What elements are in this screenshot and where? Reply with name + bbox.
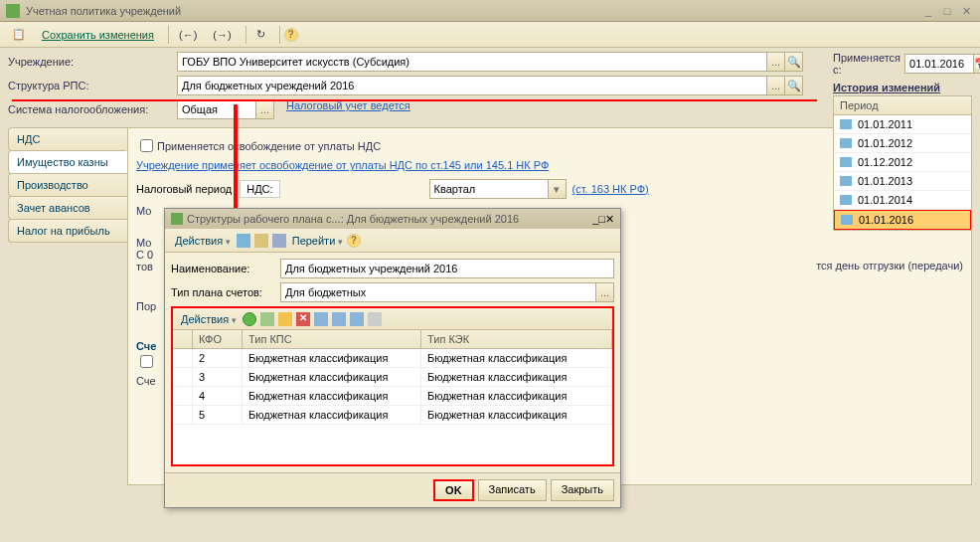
dialog-titlebar: Структуры рабочего плана с...: Для бюдже…: [165, 209, 620, 229]
grid-row[interactable]: 4 Бюджетная классификация Бюджетная клас…: [173, 387, 612, 406]
grid-header: КФО Тип КПС Тип КЭК: [173, 330, 612, 349]
tax-sys-dropdown[interactable]: ...: [256, 99, 274, 119]
grid-col-icon: [173, 330, 193, 348]
list-icon[interactable]: 📋: [6, 26, 32, 43]
record-icon: [840, 138, 852, 148]
dlg-name-input[interactable]: Для бюджетных учреждений 2016: [280, 259, 614, 278]
tax-sys-label: Система налогообложения:: [8, 103, 177, 115]
tab-production[interactable]: Производство: [8, 173, 127, 197]
separator: [168, 26, 169, 44]
separator: [245, 26, 246, 44]
grid-row[interactable]: 5 Бюджетная классификация Бюджетная клас…: [173, 406, 612, 425]
dialog-help-icon[interactable]: ?: [347, 234, 361, 248]
record-icon: [840, 157, 852, 167]
print-icon[interactable]: [272, 234, 286, 248]
shipment-text: тся день отгрузки (передачи): [816, 260, 963, 271]
grid-toolbar: Действия ✕: [173, 308, 612, 330]
history-row[interactable]: 01.01.2014: [834, 191, 971, 210]
save-button[interactable]: Записать: [478, 479, 547, 501]
main-toolbar: 📋 Сохранить изменения (←) (→) ↻ ?: [0, 22, 980, 48]
dlg-name-label: Наименование:: [171, 263, 280, 274]
delete-icon[interactable]: ✕: [296, 312, 310, 326]
grid-col-kfo[interactable]: КФО: [193, 330, 243, 348]
history-row-selected[interactable]: 01.01.2016: [834, 210, 971, 230]
tab-profit-tax[interactable]: Налог на прибыль: [8, 219, 127, 243]
nav-next-button[interactable]: (→): [207, 27, 237, 43]
grid-col-kek[interactable]: Тип КЭК: [421, 330, 612, 348]
edit-icon[interactable]: [278, 312, 292, 326]
refresh-button[interactable]: ↻: [250, 26, 271, 43]
copy-icon[interactable]: [254, 234, 268, 248]
maximize-button[interactable]: □: [939, 4, 955, 18]
add-icon[interactable]: [243, 312, 256, 326]
org-label: Учреждение:: [8, 56, 177, 68]
applies-date-input[interactable]: 01.01.2016: [904, 54, 974, 74]
dlg-plantype-input[interactable]: Для бюджетных: [280, 282, 596, 302]
actions-menu[interactable]: Действия: [171, 233, 235, 249]
tax-period-label: Налоговый период: [136, 183, 232, 195]
tax-accounting-link[interactable]: Налоговый учет ведется: [286, 99, 410, 119]
dlg-plantype-select[interactable]: ...: [596, 282, 614, 302]
history-row[interactable]: 01.01.2011: [834, 115, 971, 134]
grid-row[interactable]: 3 Бюджетная классификация Бюджетная клас…: [173, 368, 612, 387]
tax-sys-input[interactable]: Общая: [177, 99, 256, 119]
filter2-icon[interactable]: [332, 312, 346, 326]
tax-period-nds-label: НДС:: [240, 180, 279, 198]
annotation-arrow: [234, 104, 238, 224]
ok-button[interactable]: OK: [433, 479, 474, 501]
dialog-icon: [171, 213, 183, 225]
history-header: История изменений: [833, 82, 972, 93]
filter-icon[interactable]: [314, 312, 328, 326]
dialog-toolbar: Действия Перейти ?: [165, 229, 620, 253]
tax-period-dropdown[interactable]: ▾: [549, 179, 567, 199]
exempt-checkbox[interactable]: [140, 139, 153, 152]
rps-select-button[interactable]: ...: [767, 76, 785, 95]
goto-menu[interactable]: Перейти: [288, 233, 347, 249]
minimize-button[interactable]: _: [920, 4, 936, 18]
save-icon[interactable]: [237, 234, 250, 248]
org-input[interactable]: ГОБУ ВПО Университет искусств (Субсидия): [177, 52, 767, 72]
app-icon: [6, 4, 20, 18]
filter3-icon[interactable]: [350, 312, 364, 326]
dialog-footer: OK Записать Закрыть: [165, 472, 620, 507]
dlg-plantype-label: Тип плана счетов:: [171, 286, 280, 298]
kfo-grid: Действия ✕ КФО Тип КПС Тип КЭК 2 Бюджетн…: [171, 306, 614, 466]
side-tabs: НДС Имущество казны Производство Зачет а…: [8, 127, 127, 485]
clear-filter-icon[interactable]: [368, 312, 382, 326]
applies-date-picker[interactable]: 📅: [974, 54, 980, 74]
dialog-close[interactable]: ✕: [605, 213, 614, 226]
grid-actions-menu[interactable]: Действия: [177, 311, 241, 327]
history-row[interactable]: 01.01.2012: [834, 134, 971, 153]
tab-advances[interactable]: Зачет авансов: [8, 196, 127, 220]
dialog-maximize[interactable]: □: [598, 213, 605, 225]
help-icon[interactable]: ?: [284, 28, 298, 42]
grid-row[interactable]: 2 Бюджетная классификация Бюджетная клас…: [173, 349, 612, 368]
nav-prev-button[interactable]: (←): [173, 27, 203, 43]
history-list: Период 01.01.2011 01.01.2012 01.12.2012 …: [833, 95, 972, 231]
exempt-label: Применяется освобождение от уплаты НДС: [157, 140, 381, 152]
org-search-button[interactable]: 🔍: [785, 52, 803, 72]
tab-nds[interactable]: НДС: [8, 127, 127, 151]
org-select-button[interactable]: ...: [767, 52, 785, 72]
rps-search-button[interactable]: 🔍: [785, 76, 803, 95]
grid-col-kps[interactable]: Тип КПС: [243, 330, 421, 348]
annotation-line: [12, 99, 817, 101]
art163-link[interactable]: (ст. 163 НК РФ): [572, 183, 649, 195]
applies-label: Применяется с:: [833, 52, 900, 76]
close-button[interactable]: Закрыть: [551, 479, 614, 501]
rps-input[interactable]: Для бюджетных учреждений 2016: [177, 76, 767, 95]
sch-checkbox[interactable]: [140, 355, 153, 368]
record-icon: [840, 176, 852, 186]
tax-period-value[interactable]: Квартал: [429, 179, 549, 199]
tab-property[interactable]: Имущество казны: [8, 150, 127, 174]
separator: [279, 26, 280, 44]
close-button[interactable]: ✕: [958, 4, 974, 18]
save-changes-button[interactable]: Сохранить изменения: [36, 27, 160, 43]
record-icon: [840, 195, 852, 205]
history-row[interactable]: 01.12.2012: [834, 153, 971, 172]
rps-structure-dialog: Структуры рабочего плана с...: Для бюдже…: [164, 208, 621, 508]
window-title: Учетная политика учреждений: [26, 5, 917, 17]
add-copy-icon[interactable]: [260, 312, 274, 326]
history-row[interactable]: 01.01.2013: [834, 172, 971, 191]
record-icon: [841, 215, 853, 225]
